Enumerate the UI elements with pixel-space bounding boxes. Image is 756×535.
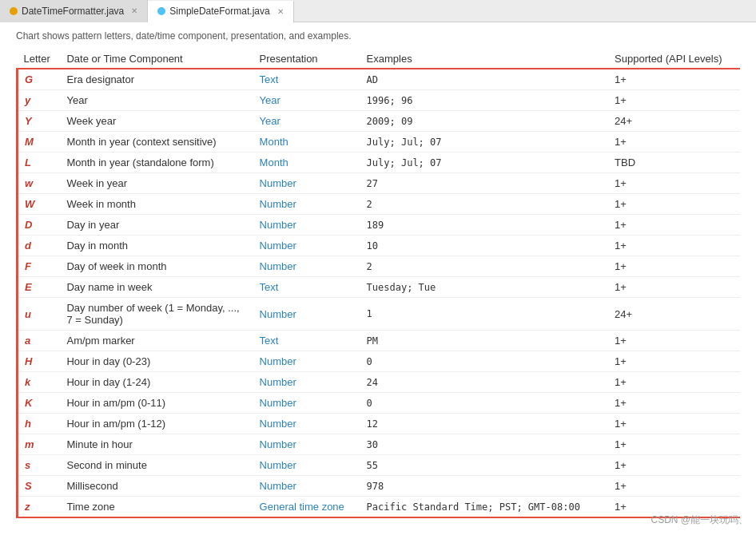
cell-letter: h (18, 414, 61, 434)
cell-component: Day of week in month (60, 256, 253, 277)
table-row: DDay in yearNumber1891+ (18, 215, 741, 236)
table-row: MMonth in year (context sensitive)MonthJ… (18, 132, 741, 153)
cell-component: Week in year (60, 173, 253, 194)
cell-examples: 2 (360, 194, 609, 215)
cell-component: Day number of week (1 = Monday, ..., 7 =… (60, 298, 253, 331)
cell-api: TBD (608, 153, 740, 173)
cell-examples: 12 (360, 414, 609, 434)
cell-api: 1+ (608, 414, 740, 434)
table-row: yYearYear1996; 961+ (18, 90, 741, 111)
cell-letter: M (18, 132, 61, 153)
cell-letter: y (18, 90, 61, 111)
tab-bar: DateTimeFormatter.java ✕ SimpleDateForma… (0, 0, 756, 22)
cell-api: 1+ (608, 215, 740, 236)
cell-component: Day in month (60, 236, 253, 256)
cell-component: Hour in day (1-24) (60, 372, 253, 393)
cell-component: Am/pm marker (60, 331, 253, 351)
tab-icon-datetimeformatter (10, 7, 18, 15)
cell-presentation: Number (253, 393, 360, 414)
cell-letter: W (18, 194, 61, 215)
cell-examples: 27 (360, 173, 609, 194)
cell-letter: F (18, 256, 61, 277)
col-header-presentation: Presentation (253, 50, 360, 69)
content-area: Chart shows pattern letters, date/time c… (0, 22, 756, 535)
cell-examples: 55 (360, 455, 609, 476)
cell-presentation: Text (253, 69, 360, 90)
cell-api: 24+ (608, 298, 740, 331)
table-row: sSecond in minuteNumber551+ (18, 455, 741, 476)
col-header-examples: Examples (360, 50, 609, 69)
cell-presentation: Number (253, 372, 360, 393)
pattern-table: Letter Date or Time Component Presentati… (16, 50, 740, 518)
cell-examples: 189 (360, 215, 609, 236)
cell-component: Week in month (60, 194, 253, 215)
close-icon-datetimeformatter[interactable]: ✕ (131, 6, 137, 15)
cell-component: Millisecond (60, 476, 253, 497)
table-row: mMinute in hourNumber301+ (18, 434, 741, 455)
cell-presentation: Text (253, 331, 360, 351)
table-row: HHour in day (0-23)Number01+ (18, 351, 741, 372)
cell-examples: 1996; 96 (360, 90, 609, 111)
cell-letter: H (18, 351, 61, 372)
cell-component: Year (60, 90, 253, 111)
col-header-api: Supported (API Levels) (608, 50, 740, 69)
cell-api: 1+ (608, 194, 740, 215)
cell-letter: E (18, 277, 61, 298)
cell-examples: 0 (360, 351, 609, 372)
table-row: GEra designatorTextAD1+ (18, 69, 741, 90)
subtitle: Chart shows pattern letters, date/time c… (16, 30, 740, 42)
cell-api: 1+ (608, 351, 740, 372)
table-row: dDay in monthNumber101+ (18, 236, 741, 256)
tab-label-datetimeformatter: DateTimeFormatter.java (22, 6, 124, 17)
tab-datetimeformatter[interactable]: DateTimeFormatter.java ✕ (0, 0, 148, 22)
cell-presentation: Number (253, 298, 360, 331)
cell-api: 24+ (608, 111, 740, 132)
cell-examples: 2 (360, 256, 609, 277)
table-row: wWeek in yearNumber271+ (18, 173, 741, 194)
cell-presentation: Number (253, 455, 360, 476)
cell-letter: a (18, 331, 61, 351)
table-row: FDay of week in monthNumber21+ (18, 256, 741, 277)
cell-letter: d (18, 236, 61, 256)
cell-presentation: Number (253, 434, 360, 455)
table-row: KHour in am/pm (0-11)Number01+ (18, 393, 741, 414)
cell-api: 1+ (608, 331, 740, 351)
table-row: kHour in day (1-24)Number241+ (18, 372, 741, 393)
cell-presentation: Number (253, 215, 360, 236)
cell-component: Minute in hour (60, 434, 253, 455)
cell-presentation: Number (253, 476, 360, 497)
cell-presentation: Number (253, 351, 360, 372)
cell-component: Day in year (60, 215, 253, 236)
cell-letter: w (18, 173, 61, 194)
cell-api: 1+ (608, 236, 740, 256)
close-icon-simpledateformat[interactable]: ✕ (277, 7, 284, 16)
cell-api: 1+ (608, 455, 740, 476)
table-row: SMillisecondNumber9781+ (18, 476, 741, 497)
cell-component: Hour in am/pm (0-11) (60, 393, 253, 414)
cell-api: 1+ (608, 173, 740, 194)
cell-component: Hour in am/pm (1-12) (60, 414, 253, 434)
table-row: hHour in am/pm (1-12)Number121+ (18, 414, 741, 434)
cell-presentation: Number (253, 236, 360, 256)
cell-letter: k (18, 372, 61, 393)
cell-letter: G (18, 69, 61, 90)
cell-api: 1+ (608, 393, 740, 414)
cell-examples: PM (360, 331, 609, 351)
tab-icon-simpledateformat (157, 7, 165, 15)
cell-examples: 978 (360, 476, 609, 497)
tab-simpledateformat[interactable]: SimpleDateFormat.java ✕ (148, 1, 293, 23)
cell-presentation: Number (253, 173, 360, 194)
cell-letter: s (18, 455, 61, 476)
cell-presentation: Number (253, 256, 360, 277)
cell-examples: 1 (360, 298, 609, 331)
watermark: CSDN @能一块玩吗、 (651, 513, 748, 527)
cell-presentation: Year (253, 111, 360, 132)
table-row: aAm/pm markerTextPM1+ (18, 331, 741, 351)
cell-api: 1+ (608, 132, 740, 153)
cell-presentation: Month (253, 153, 360, 173)
cell-component: Month in year (context sensitive) (60, 132, 253, 153)
cell-presentation: Year (253, 90, 360, 111)
col-header-letter: Letter (18, 50, 61, 69)
cell-letter: Y (18, 111, 61, 132)
cell-api: 1+ (608, 372, 740, 393)
